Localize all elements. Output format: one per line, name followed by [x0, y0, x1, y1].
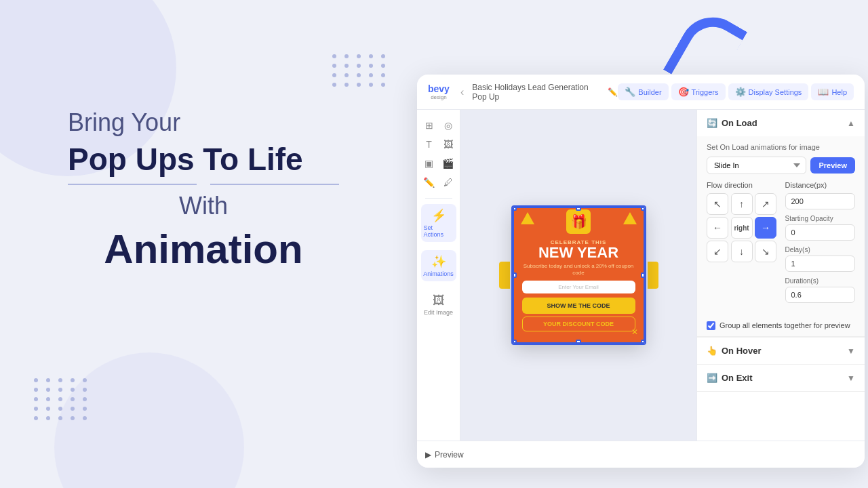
layout-icon[interactable]: ▣ — [420, 155, 438, 172]
canvas-area: 🎁 CELEBRATE THIS NEW YEAR Subscribe toda… — [460, 110, 696, 441]
on-hover-title-group: 👆 On Hover — [707, 346, 762, 356]
distance-label: Distance(px) — [785, 181, 856, 189]
on-load-title-group: 🔄 On Load — [707, 118, 757, 128]
handle-tm — [576, 207, 581, 211]
direction-grid: ↖ ↑ ↗ ← right → ↙ ↓ ↘ — [707, 193, 777, 262]
bg-blob-bottom-left — [54, 352, 244, 488]
distance-col: Distance(px) Starting Opacity Delay(s) D… — [785, 181, 856, 308]
help-button[interactable]: 📖 Help — [811, 83, 854, 100]
popup-gift-icon: 🎁 — [566, 209, 591, 234]
preview-label: Preview — [435, 450, 464, 460]
handle-br — [641, 340, 645, 344]
distance-input[interactable] — [785, 193, 856, 209]
divider — [68, 184, 339, 185]
popup-triangle-left — [521, 212, 534, 224]
edit-image-button[interactable]: 🖼 Edit Image — [421, 289, 456, 320]
opacity-label: Starting Opacity — [785, 215, 856, 222]
edit-image-icon: 🖼 — [433, 293, 445, 308]
bottom-preview-button[interactable]: ▶ Preview — [425, 450, 464, 460]
on-load-title: On Load — [722, 118, 757, 128]
draw-icon[interactable]: ✏️ — [420, 174, 438, 191]
toolbar-icon-group-1: ⊞ ◎ T 🖼 ▣ 🎬 ✏️ 🖊 — [419, 115, 458, 192]
duration-input[interactable] — [785, 287, 856, 303]
refresh-icon: 🔄 — [707, 118, 717, 128]
play-icon: ▶ — [425, 450, 431, 460]
set-actions-button[interactable]: ⚡ Set Actions — [421, 204, 456, 242]
triggers-button[interactable]: 🎯 Triggers — [671, 83, 726, 100]
triggers-icon: 🎯 — [678, 87, 689, 97]
project-title: Basic Holidays Lead Generation Pop Up — [472, 83, 605, 102]
display-settings-icon: ⚙️ — [735, 87, 746, 97]
builder-label: Builder — [638, 88, 661, 96]
dir-btn-bm[interactable]: ↓ — [731, 241, 753, 262]
left-content: Bring Your Pop Ups To Life With Animatio… — [68, 108, 339, 272]
dir-btn-tm[interactable]: ↑ — [731, 193, 753, 215]
animations-label: Animations — [423, 270, 454, 277]
edit-title-icon[interactable]: ✏️ — [608, 87, 618, 97]
pen-icon[interactable]: 🖊 — [439, 174, 457, 191]
text-icon[interactable]: T — [420, 136, 438, 153]
preview-button[interactable]: Preview — [810, 157, 855, 174]
video-icon[interactable]: 🎬 — [439, 155, 457, 172]
handle-bm — [576, 340, 581, 344]
duration-label: Duration(s) — [785, 277, 856, 285]
on-load-header[interactable]: 🔄 On Load ▲ — [697, 110, 865, 136]
animations-button[interactable]: ✨ Animations — [421, 250, 456, 281]
popup-close-icon[interactable]: ✕ — [631, 327, 638, 337]
bevy-logo: bevy design — [428, 83, 450, 100]
triggers-label: Triggers — [692, 88, 719, 96]
top-bar: bevy design ‹ Basic Holidays Lead Genera… — [417, 75, 865, 110]
builder-icon: 🔧 — [625, 87, 635, 97]
popup-new-year-text: NEW YEAR — [522, 245, 635, 260]
back-arrow[interactable]: ‹ — [458, 83, 467, 101]
delay-input[interactable] — [785, 256, 856, 272]
dir-btn-bl[interactable]: ↙ — [707, 241, 728, 262]
top-nav-buttons: 🔧 Builder 🎯 Triggers ⚙️ Display Settings… — [618, 83, 854, 100]
flow-direction-col: Flow direction ↖ ↑ ↗ ← right → ↙ ↓ ↘ — [707, 181, 777, 308]
tagline-line3: With — [68, 192, 339, 220]
image-icon[interactable]: 🖼 — [439, 136, 457, 153]
popup-discount-button[interactable]: YOUR DISCOUNT CODE — [522, 317, 635, 331]
popup-wrapper: 🎁 CELEBRATE THIS NEW YEAR Subscribe toda… — [513, 207, 645, 344]
opacity-input[interactable] — [785, 224, 856, 241]
on-load-body: Set On Load animations for image Slide I… — [697, 136, 865, 315]
two-col-layout: Flow direction ↖ ↑ ↗ ← right → ↙ ↓ ↘ — [707, 181, 855, 308]
on-exit-header[interactable]: ➡️ On Exit ▼ — [697, 365, 865, 391]
dir-btn-tl[interactable]: ↖ — [707, 193, 728, 215]
grid-icon[interactable]: ⊞ — [420, 117, 438, 134]
dir-btn-center[interactable]: right — [731, 217, 753, 239]
on-exit-chevron: ▼ — [847, 373, 855, 383]
popup-cta-button[interactable]: SHOW ME THE CODE — [522, 298, 635, 314]
animation-type-select[interactable]: Slide In — [707, 157, 806, 174]
on-hover-section: 👆 On Hover ▼ — [697, 338, 865, 365]
delay-label: Delay(s) — [785, 246, 856, 253]
on-hover-title: On Hover — [722, 346, 762, 356]
left-toolbar: ⊞ ◎ T 🖼 ▣ 🎬 ✏️ 🖊 ⚡ Set Actions ✨ Animati… — [417, 110, 460, 441]
popup-email-input[interactable]: Enter Your Email — [522, 281, 635, 293]
on-hover-chevron: ▼ — [847, 346, 855, 356]
handle-tl — [513, 207, 517, 211]
dir-btn-br[interactable]: ↘ — [755, 241, 776, 262]
edit-image-label: Edit Image — [424, 309, 453, 316]
ui-panel: bevy design ‹ Basic Holidays Lead Genera… — [417, 75, 865, 468]
popup-subtitle: Subscribe today and unlock a 20% off cou… — [522, 263, 635, 277]
popup-card[interactable]: 🎁 CELEBRATE THIS NEW YEAR Subscribe toda… — [513, 207, 645, 344]
dots-pattern-bottom — [34, 378, 90, 420]
handle-bl — [513, 340, 517, 344]
main-area: ⊞ ◎ T 🖼 ▣ 🎬 ✏️ 🖊 ⚡ Set Actions ✨ Animati… — [417, 110, 865, 441]
yellow-bar-right — [648, 262, 658, 289]
group-checkbox-label: Group all elements together for preview — [719, 321, 850, 331]
on-hover-header[interactable]: 👆 On Hover ▼ — [697, 338, 865, 364]
dir-btn-mr[interactable]: → — [755, 217, 776, 239]
logo-text: bevy — [428, 83, 450, 94]
dir-btn-tr[interactable]: ↗ — [755, 193, 776, 215]
handle-tr — [641, 207, 645, 211]
builder-button[interactable]: 🔧 Builder — [618, 83, 668, 100]
animation-panel: 🔄 On Load ▲ Set On Load animations for i… — [696, 110, 865, 441]
slide-in-row: Slide In Preview — [707, 157, 855, 174]
circle-icon[interactable]: ◎ — [439, 117, 457, 134]
display-settings-button[interactable]: ⚙️ Display Settings — [728, 83, 809, 100]
set-actions-label: Set Actions — [424, 224, 454, 238]
dir-btn-ml[interactable]: ← — [707, 217, 728, 239]
group-checkbox[interactable] — [707, 321, 715, 330]
